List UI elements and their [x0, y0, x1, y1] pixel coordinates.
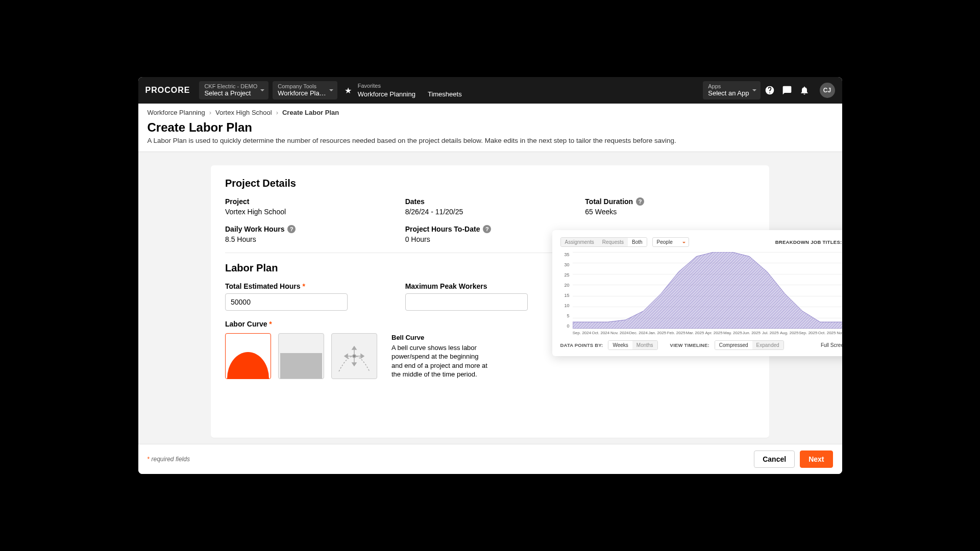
breadcrumb: Workforce Planning › Vortex High School …: [148, 109, 833, 116]
next-button[interactable]: Next: [800, 450, 832, 468]
project-label: Project: [225, 197, 395, 206]
curve-description: Bell Curve A bell curve shows less labor…: [391, 333, 488, 379]
custom-curve-icon: [332, 334, 377, 379]
chevron-right-icon: ›: [209, 109, 211, 116]
logo: PROCORE: [145, 86, 190, 95]
svg-marker-5: [361, 354, 364, 358]
bell-icon[interactable]: [799, 85, 810, 95]
page-title: Create Labor Plan: [148, 120, 833, 135]
labor-chart: 35302520151050: [560, 252, 842, 329]
dwh-value: 8.5 Hours: [225, 235, 395, 243]
fullscreen-button[interactable]: Full Screen: [821, 342, 842, 349]
labor-curve-bell[interactable]: [225, 333, 271, 379]
favorites-block: Favorites Workforce Planning Timesheets: [358, 83, 462, 98]
opt-months[interactable]: Months: [632, 341, 657, 349]
duration-label: Total Duration?: [585, 197, 755, 206]
tab-both[interactable]: Both: [628, 238, 647, 246]
favorites-label: Favorites: [358, 83, 462, 89]
breadcrumb-current: Create Labor Plan: [282, 109, 339, 116]
favorite-link[interactable]: Timesheets: [428, 90, 462, 98]
curve-desc-title: Bell Curve: [391, 333, 488, 342]
favorite-link[interactable]: Workforce Planning: [358, 90, 415, 98]
svg-marker-3: [352, 363, 356, 366]
total-hours-label: Total Estimated Hours*: [225, 282, 395, 290]
datapoints-label: DATA POINTS BY:: [560, 342, 603, 348]
avatar[interactable]: CJ: [820, 83, 835, 98]
tools-selector[interactable]: Company Tools Workforce Pla…: [273, 81, 337, 99]
opt-compressed[interactable]: Compressed: [715, 341, 752, 349]
opt-expanded[interactable]: Expanded: [752, 341, 783, 349]
svg-marker-2: [352, 346, 356, 349]
dates-label: Dates: [405, 197, 575, 206]
page-description: A Labor Plan is used to quickly determin…: [148, 137, 833, 144]
bell-curve-icon: [227, 352, 269, 379]
section-title: Project Details: [225, 178, 755, 189]
project-selector-value: Select a Project: [204, 90, 257, 97]
chevron-right-icon: ›: [276, 109, 278, 116]
breakdown-label: BREAKDOWN JOB TITLES:: [775, 239, 842, 245]
page-header: Workforce Planning › Vortex High School …: [138, 104, 842, 152]
max-workers-input[interactable]: [405, 293, 528, 311]
flat-curve-icon: [280, 353, 322, 379]
dates-value: 8/26/24 - 11/20/25: [405, 208, 575, 216]
project-selector[interactable]: CKF Electric - DEMO Select a Project: [199, 81, 268, 99]
labor-curve-custom[interactable]: [331, 333, 377, 379]
breadcrumb-item[interactable]: Vortex High School: [215, 109, 272, 116]
cancel-button[interactable]: Cancel: [754, 450, 795, 468]
project-value: Vortex High School: [225, 208, 395, 216]
datapoints-toggle[interactable]: Weeks Months: [608, 340, 657, 350]
chat-icon[interactable]: [782, 85, 792, 95]
help-icon[interactable]: ?: [636, 197, 644, 206]
help-icon[interactable]: ?: [287, 225, 296, 233]
timeline-toggle[interactable]: Compressed Expanded: [715, 340, 784, 350]
tools-selector-context: Company Tools: [278, 83, 326, 90]
svg-point-6: [353, 355, 356, 358]
tab-assignments[interactable]: Assignments: [561, 238, 598, 246]
max-workers-label: Maximum Peak Workers: [405, 282, 575, 290]
people-select[interactable]: People: [652, 237, 689, 247]
ph-label: Project Hours To-Date?: [405, 225, 575, 233]
apps-selector-value: Select an App: [708, 90, 749, 97]
view-type-toggle[interactable]: Assignments Requests Both: [560, 237, 647, 247]
curve-desc-text: A bell curve shows less labor power/spen…: [391, 343, 488, 379]
timeline-label: VIEW TIMELINE:: [670, 342, 709, 348]
star-icon[interactable]: ★: [345, 86, 352, 95]
dwh-label: Daily Work Hours?: [225, 225, 395, 233]
apps-selector-context: Apps: [708, 83, 749, 90]
topbar: PROCORE CKF Electric - DEMO Select a Pro…: [138, 77, 842, 104]
duration-value: 65 Weeks: [585, 208, 755, 216]
tools-selector-value: Workforce Pla…: [278, 90, 326, 97]
labor-curve-flat[interactable]: [278, 333, 324, 379]
help-icon[interactable]: [765, 85, 775, 95]
project-selector-context: CKF Electric - DEMO: [204, 83, 257, 90]
chart-preview-panel: Assignments Requests Both People BREAKDO…: [552, 230, 842, 356]
footer: * required fields Cancel Next: [138, 444, 842, 474]
fullscreen-label: Full Screen: [821, 342, 842, 348]
required-note: * required fields: [148, 456, 190, 463]
opt-weeks[interactable]: Weeks: [608, 341, 632, 349]
svg-marker-4: [345, 354, 348, 358]
total-hours-input[interactable]: [225, 293, 348, 311]
help-icon[interactable]: ?: [483, 225, 491, 233]
ph-value: 0 Hours: [405, 235, 575, 243]
breadcrumb-item[interactable]: Workforce Planning: [148, 109, 205, 116]
tab-requests[interactable]: Requests: [598, 238, 628, 246]
apps-selector[interactable]: Apps Select an App: [703, 81, 760, 99]
